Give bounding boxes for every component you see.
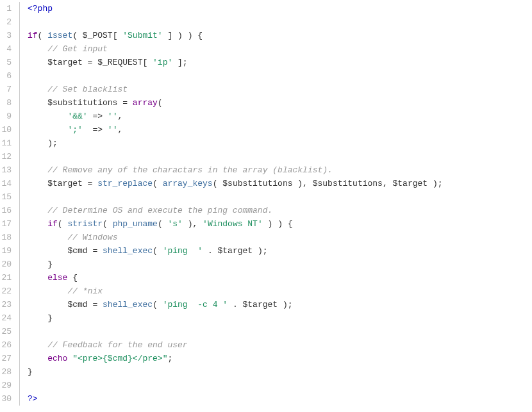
line-number: 13 bbox=[0, 163, 14, 177]
code-line: // Remove any of the charactars in the a… bbox=[28, 163, 443, 177]
line-number: 20 bbox=[0, 258, 14, 271]
code-line: ';' => '', bbox=[28, 123, 443, 136]
code-line bbox=[28, 150, 443, 163]
code-line: // Get input bbox=[28, 42, 443, 56]
code-line: $cmd = shell_exec( 'ping ' . $target ); bbox=[28, 244, 443, 258]
code-line: $substitutions = array( bbox=[28, 96, 443, 110]
code-line: } bbox=[28, 311, 443, 325]
code-line bbox=[28, 69, 443, 83]
code-line: $cmd = shell_exec( 'ping -c 4 ' . $targe… bbox=[28, 298, 443, 311]
line-number: 8 bbox=[0, 96, 14, 110]
code-line: // Determine OS and execute the ping com… bbox=[28, 204, 443, 217]
line-number: 23 bbox=[0, 298, 14, 311]
line-number: 18 bbox=[0, 231, 14, 244]
code-area: <?php if( isset( $_POST[ 'Submit' ] ) ) … bbox=[20, 2, 443, 406]
line-number: 26 bbox=[0, 338, 14, 352]
line-number: 11 bbox=[0, 136, 14, 150]
code-line: } bbox=[28, 258, 443, 271]
line-number: 10 bbox=[0, 123, 14, 136]
code-line: <?php bbox=[28, 2, 443, 15]
watermark: CSDN @路baby bbox=[0, 406, 532, 412]
line-number: 2 bbox=[0, 15, 14, 29]
line-number: 15 bbox=[0, 190, 14, 204]
code-line: if( isset( $_POST[ 'Submit' ] ) ) { bbox=[28, 29, 443, 42]
code-line: $target = str_replace( array_keys( $subs… bbox=[28, 177, 443, 190]
line-number-gutter: 1234567891011121314151617181920212223242… bbox=[0, 2, 20, 406]
line-number: 7 bbox=[0, 83, 14, 96]
code-line: ); bbox=[28, 136, 443, 150]
code-line bbox=[28, 15, 443, 29]
line-number: 24 bbox=[0, 311, 14, 325]
code-line bbox=[28, 379, 443, 392]
code-line: ?> bbox=[28, 392, 443, 406]
line-number: 22 bbox=[0, 284, 14, 298]
line-number: 16 bbox=[0, 204, 14, 217]
line-number: 21 bbox=[0, 271, 14, 284]
code-line bbox=[28, 325, 443, 338]
code-line: if( stristr( php_uname( 's' ), 'Windows … bbox=[28, 217, 443, 231]
line-number: 30 bbox=[0, 392, 14, 406]
code-line: else { bbox=[28, 271, 443, 284]
code-line: } bbox=[28, 365, 443, 379]
code-line bbox=[28, 190, 443, 204]
line-number: 3 bbox=[0, 29, 14, 42]
line-number: 27 bbox=[0, 352, 14, 365]
code-line: '&&' => '', bbox=[28, 110, 443, 123]
line-number: 5 bbox=[0, 56, 14, 69]
line-number: 1 bbox=[0, 2, 14, 15]
line-number: 12 bbox=[0, 150, 14, 163]
line-number: 29 bbox=[0, 379, 14, 392]
line-number: 17 bbox=[0, 217, 14, 231]
code-line: $target = $_REQUEST[ 'ip' ]; bbox=[28, 56, 443, 69]
line-number: 6 bbox=[0, 69, 14, 83]
code-line: // Feedback for the end user bbox=[28, 338, 443, 352]
line-number: 25 bbox=[0, 325, 14, 338]
line-number: 28 bbox=[0, 365, 14, 379]
code-line: // Set blacklist bbox=[28, 83, 443, 96]
code-line: // Windows bbox=[28, 231, 443, 244]
line-number: 19 bbox=[0, 244, 14, 258]
line-number: 4 bbox=[0, 42, 14, 56]
code-line: echo "<pre>{$cmd}</pre>"; bbox=[28, 352, 443, 365]
code-editor: 1234567891011121314151617181920212223242… bbox=[0, 0, 532, 406]
code-line: // *nix bbox=[28, 284, 443, 298]
line-number: 9 bbox=[0, 110, 14, 123]
line-number: 14 bbox=[0, 177, 14, 190]
